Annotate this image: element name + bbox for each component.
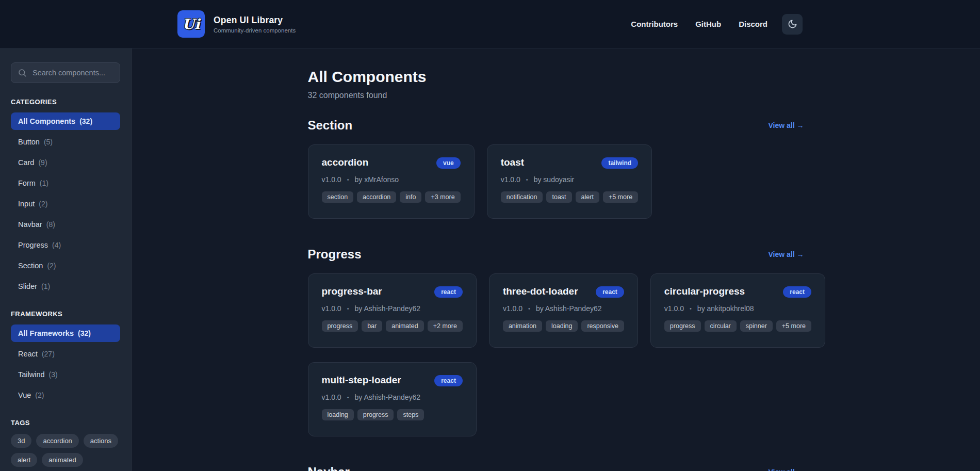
version-label: v1.0.0 <box>322 393 341 401</box>
card-title: three-dot-loader <box>503 286 578 297</box>
version-label: v1.0.0 <box>503 304 522 313</box>
tag-pill-responsive: responsive <box>581 320 624 332</box>
card-grid-section: accordionvuev1.0.0•by xMrAfonsosectionac… <box>308 144 804 219</box>
nav-link-contributors[interactable]: Contributors <box>631 20 678 28</box>
version-label: v1.0.0 <box>322 175 341 184</box>
tag-pill-section: section <box>322 191 354 203</box>
sidebar-item-react[interactable]: React(27) <box>11 345 120 363</box>
card-title: accordion <box>322 157 369 168</box>
sidebar-tag-3d[interactable]: 3d <box>11 434 31 448</box>
sidebar-item-count: (32) <box>78 329 91 337</box>
sidebar-item-count: (27) <box>42 350 55 358</box>
sidebar-item-count: (2) <box>35 391 44 399</box>
version-label: v1.0.0 <box>664 304 684 313</box>
category-list: All Components(32)Button(5)Card(9)Form(1… <box>11 112 120 295</box>
top-nav: ContributorsGitHubDiscord <box>613 14 803 35</box>
framework-badge: react <box>783 286 811 298</box>
sidebar-item-label: All Components <box>18 117 75 125</box>
nav-link-github[interactable]: GitHub <box>695 20 721 28</box>
sidebar-item-tailwind[interactable]: Tailwind(3) <box>11 366 120 383</box>
tag-pill-loading: loading <box>322 409 354 420</box>
results-count: 32 components found <box>308 91 804 100</box>
sidebar-item-navbar[interactable]: Navbar(8) <box>11 216 120 233</box>
app-logo-text: Ui <box>183 16 200 32</box>
view-all-link-section[interactable]: View all → <box>769 121 804 129</box>
framework-list: All Frameworks(32)React(27)Tailwind(3)Vu… <box>11 324 120 404</box>
component-card-progress-bar[interactable]: progress-barreactv1.0.0•by Ashish-Pandey… <box>308 273 477 348</box>
search-box <box>11 62 120 83</box>
sidebar-item-progress[interactable]: Progress(4) <box>11 236 120 254</box>
sidebar-tag-actions[interactable]: actions <box>84 434 118 448</box>
sidebar-item-count: (1) <box>40 179 48 187</box>
sidebar-item-section[interactable]: Section(2) <box>11 257 120 274</box>
meta-separator: • <box>347 305 349 312</box>
sidebar-item-count: (4) <box>52 241 61 249</box>
sidebar-item-input[interactable]: Input(2) <box>11 195 120 213</box>
sidebar-tag-accordion[interactable]: accordion <box>36 434 78 448</box>
tag-pill-animation: animation <box>503 320 542 332</box>
app-header: Ui Open UI Library Community-driven comp… <box>0 0 980 48</box>
sidebar-item-count: (1) <box>41 282 50 290</box>
card-tags: sectionaccordioninfo+3 more <box>322 191 461 203</box>
sidebar-item-label: Tailwind <box>18 370 45 379</box>
tag-pill-5-more: +5 more <box>603 191 638 203</box>
section-header-progress: ProgressView all → <box>308 248 804 261</box>
sidebar-tag-animated[interactable]: animated <box>42 453 83 467</box>
meta-separator: • <box>528 305 530 312</box>
section-title-section: Section <box>308 119 353 132</box>
author-label: by sudoyasir <box>534 175 575 184</box>
card-meta: v1.0.0•by ankitpokhrel08 <box>664 304 811 313</box>
sidebar-item-label: Progress <box>18 241 48 249</box>
view-all-link-navbar[interactable]: View all → <box>769 468 804 471</box>
tag-pill-bar: bar <box>362 320 382 332</box>
card-tags: progressbaranimated+2 more <box>322 320 463 332</box>
component-card-toast[interactable]: toasttailwindv1.0.0•by sudoyasirnotifica… <box>487 144 652 219</box>
sidebar-item-button[interactable]: Button(5) <box>11 133 120 151</box>
brand: Ui Open UI Library Community-driven comp… <box>177 10 296 38</box>
app-logo: Ui <box>177 10 205 38</box>
framework-badge: react <box>596 286 624 298</box>
sidebar-item-all-frameworks[interactable]: All Frameworks(32) <box>11 324 120 342</box>
tags-group-header: TAGS <box>11 419 120 427</box>
component-card-three-dot-loader[interactable]: three-dot-loaderreactv1.0.0•by Ashish-Pa… <box>489 273 638 348</box>
sidebar-item-card[interactable]: Card(9) <box>11 154 120 171</box>
component-card-accordion[interactable]: accordionvuev1.0.0•by xMrAfonsosectionac… <box>308 144 475 219</box>
card-top-row: circular-progressreact <box>664 286 811 298</box>
sidebar-item-label: Slider <box>18 282 37 290</box>
sidebar-item-count: (3) <box>49 370 58 379</box>
theme-toggle-button[interactable] <box>782 14 803 35</box>
tag-pill-loading: loading <box>546 320 578 332</box>
nav-link-discord[interactable]: Discord <box>739 20 767 28</box>
card-meta: v1.0.0•by Ashish-Pandey62 <box>322 304 463 313</box>
sidebar: CATEGORIESAll Components(32)Button(5)Car… <box>0 48 132 471</box>
view-all-link-progress[interactable]: View all → <box>769 250 804 258</box>
sidebar-item-slider[interactable]: Slider(1) <box>11 278 120 295</box>
app-title: Open UI Library <box>214 15 296 26</box>
tag-pill-info: info <box>400 191 421 203</box>
card-tags: animationloadingresponsive <box>503 320 624 332</box>
sidebar-item-all-components[interactable]: All Components(32) <box>11 112 120 130</box>
tag-pill-alert: alert <box>576 191 599 203</box>
tag-pill-circular: circular <box>705 320 737 332</box>
author-label: by Ashish-Pandey62 <box>536 304 602 313</box>
card-top-row: three-dot-loaderreact <box>503 286 624 298</box>
sidebar-item-vue[interactable]: Vue(2) <box>11 386 120 404</box>
sidebar-item-label: All Frameworks <box>18 329 74 337</box>
card-title: circular-progress <box>664 286 745 297</box>
moon-icon <box>788 19 797 29</box>
component-card-circular-progress[interactable]: circular-progressreactv1.0.0•by ankitpok… <box>650 273 825 348</box>
sidebar-item-count: (8) <box>46 220 55 229</box>
card-meta: v1.0.0•by Ashish-Pandey62 <box>322 393 463 401</box>
card-grid-progress: progress-barreactv1.0.0•by Ashish-Pandey… <box>308 273 804 436</box>
sidebar-item-form[interactable]: Form(1) <box>11 174 120 192</box>
app-subtitle: Community-driven components <box>214 27 296 34</box>
author-label: by Ashish-Pandey62 <box>355 304 421 313</box>
search-input[interactable] <box>11 62 120 83</box>
framework-group-header: FRAMEWORKS <box>11 310 120 318</box>
section-title-navbar: Navbar <box>308 465 350 471</box>
sidebar-tag-alert[interactable]: alert <box>11 453 37 467</box>
sidebar-item-label: Card <box>18 158 34 167</box>
component-card-multi-step-loader[interactable]: multi-step-loaderreactv1.0.0•by Ashish-P… <box>308 362 477 436</box>
sidebar-item-count: (9) <box>38 158 47 167</box>
tag-pill-spinner: spinner <box>740 320 773 332</box>
